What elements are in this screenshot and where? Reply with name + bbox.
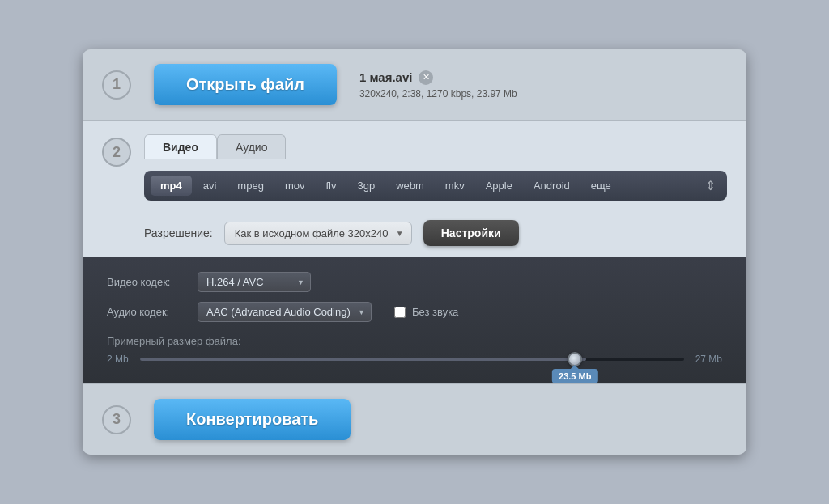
audio-codec-label: Аудио кодек:	[107, 306, 188, 318]
file-info: 1 мая.avi ✕ 320x240, 2:38, 1270 kbps, 23…	[359, 70, 517, 100]
section-2: 2 Видео Аудио mp4 avi mpeg mov flv 3gp w…	[83, 121, 746, 384]
tabs-row: Видео Аудио	[144, 134, 727, 159]
slider-fill	[140, 358, 586, 361]
slider-value-bubble: 23.5 Mb	[552, 369, 597, 383]
slider-max-label: 27 Mb	[695, 354, 722, 365]
slider-track-wrapper[interactable]: 23.5 Mb	[140, 358, 684, 361]
video-codec-row: Видео кодек: H.264 / AVC	[107, 272, 722, 292]
format-more[interactable]: еще	[581, 176, 621, 196]
settings-panel: Видео кодек: H.264 / AVC Аудио кодек: AA…	[83, 257, 746, 383]
step-2-circle: 2	[102, 138, 131, 167]
slider-track	[140, 358, 684, 361]
resolution-row: Разрешение: Как в исходном файле 320x240…	[144, 212, 727, 257]
settings-button[interactable]: Настройки	[423, 220, 519, 246]
format-mpeg[interactable]: mpeg	[227, 176, 274, 196]
slider-row: 2 Mb 23.5 Mb 27 Mb	[107, 354, 722, 365]
resolution-select-wrapper: Как в исходном файле 320x240	[224, 222, 412, 245]
open-file-button[interactable]: Открыть файл	[154, 64, 337, 105]
mute-row: Без звука	[394, 306, 458, 318]
file-name-row: 1 мая.avi ✕	[359, 70, 517, 85]
audio-codec-select-wrapper: AAC (Advanced Audio Coding)	[198, 302, 372, 322]
resolution-select[interactable]: Как в исходном файле 320x240	[224, 222, 412, 245]
step-1-circle: 1	[102, 70, 131, 100]
mute-checkbox[interactable]	[394, 307, 406, 318]
video-codec-select[interactable]: H.264 / AVC	[198, 272, 311, 292]
format-android[interactable]: Android	[524, 176, 580, 196]
video-codec-label: Видео кодек:	[107, 276, 188, 288]
format-scroll-button[interactable]: ⇕	[700, 176, 721, 195]
format-webm[interactable]: webm	[386, 176, 434, 196]
format-flv[interactable]: flv	[316, 176, 346, 196]
format-mp4[interactable]: mp4	[151, 176, 192, 196]
section-2-content: Видео Аудио mp4 avi mpeg mov flv 3gp web…	[144, 134, 727, 257]
file-name: 1 мая.avi	[359, 70, 413, 84]
audio-codec-row: Аудио кодек: AAC (Advanced Audio Coding)…	[107, 302, 722, 322]
section-2-inner: 2 Видео Аудио mp4 avi mpeg mov flv 3gp w…	[102, 134, 727, 257]
section-3: 3 Конвертировать	[83, 384, 746, 455]
convert-button[interactable]: Конвертировать	[154, 399, 351, 440]
section-1: 1 Открыть файл 1 мая.avi ✕ 320x240, 2:38…	[83, 49, 746, 121]
format-avi[interactable]: avi	[193, 176, 227, 196]
format-3gp[interactable]: 3gp	[347, 176, 385, 196]
file-size-title: Примерный размер файла:	[107, 335, 722, 347]
tab-video[interactable]: Видео	[144, 134, 217, 159]
format-mkv[interactable]: mkv	[436, 176, 474, 196]
audio-codec-select[interactable]: AAC (Advanced Audio Coding)	[198, 302, 372, 322]
file-close-button[interactable]: ✕	[419, 70, 433, 85]
slider-min-label: 2 Mb	[107, 354, 129, 365]
file-size-section: Примерный размер файла: 2 Mb 23.5 Mb 27 …	[107, 335, 722, 365]
format-mov[interactable]: mov	[275, 176, 315, 196]
mute-label: Без звука	[412, 306, 458, 318]
tab-audio[interactable]: Аудио	[217, 134, 287, 159]
format-apple[interactable]: Apple	[476, 176, 522, 196]
video-codec-select-wrapper: H.264 / AVC	[198, 272, 311, 292]
file-meta: 320x240, 2:38, 1270 kbps, 23.97 Mb	[359, 88, 517, 100]
resolution-label: Разрешение:	[144, 227, 213, 239]
step-3-circle: 3	[102, 405, 131, 434]
format-bar: mp4 avi mpeg mov flv 3gp webm mkv Apple …	[144, 171, 727, 201]
main-container: 1 Открыть файл 1 мая.avi ✕ 320x240, 2:38…	[83, 49, 746, 455]
